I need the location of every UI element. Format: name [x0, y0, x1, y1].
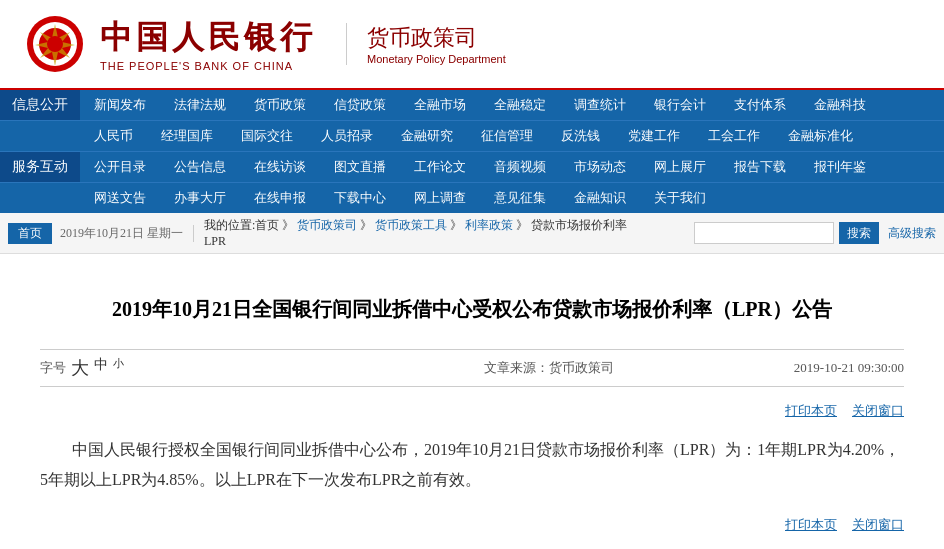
nav-row-2: 信息公开 人民币 经理国库 国际交往 人员招录 金融研究 征信管理 反洗钱 党建…: [0, 121, 944, 152]
breadcrumb-link-1[interactable]: 货币政策司: [297, 218, 357, 232]
nav-biaozhunhua[interactable]: 金融标准化: [774, 122, 867, 150]
bank-emblem: [20, 12, 90, 77]
search-button[interactable]: 搜索: [839, 222, 879, 244]
nav-renminbi[interactable]: 人民币: [80, 122, 147, 150]
nav-xinwen[interactable]: 新闻发布: [80, 91, 160, 119]
nav-section-fuwu: 服务互动: [0, 152, 80, 182]
nav-zhanting[interactable]: 网上展厅: [640, 153, 720, 181]
nav-dangjiangongzuo[interactable]: 党建工作: [614, 122, 694, 150]
nav-fangtan[interactable]: 在线访谈: [240, 153, 320, 181]
advanced-search-link[interactable]: 高级搜索: [888, 225, 936, 242]
nav-lunwen[interactable]: 工作论文: [400, 153, 480, 181]
logo-english: THE PEOPLE'S BANK OF CHINA: [100, 60, 293, 72]
nav-zhengxin[interactable]: 征信管理: [467, 122, 547, 150]
nav-items-row1: 新闻发布 法律法规 货币政策 信贷政策 全融市场 全融稳定 调查统计 银行会计 …: [80, 91, 944, 119]
nav-guoku[interactable]: 经理国库: [147, 122, 227, 150]
nav-row-3: 服务互动 公开目录 公告信息 在线访谈 图文直播 工作论文 音频视频 市场动态 …: [0, 152, 944, 183]
main-content: 2019年10月21日全国银行间同业拆借中心受权公布贷款市场报价利率（LPR）公…: [0, 254, 944, 549]
nav-yinhang-kuaiji[interactable]: 银行会计: [640, 91, 720, 119]
nav-gongkai-mulu[interactable]: 公开目录: [80, 153, 160, 181]
nav-jinrong-yanjiu[interactable]: 金融研究: [387, 122, 467, 150]
nav-jinrong-wending[interactable]: 全融稳定: [480, 91, 560, 119]
nav-yinpin[interactable]: 音频视频: [480, 153, 560, 181]
font-medium-btn[interactable]: 中: [94, 356, 108, 380]
search-area: 搜索 高级搜索: [694, 222, 936, 244]
print-link-bottom[interactable]: 打印本页: [785, 516, 837, 534]
nav-falv[interactable]: 法律法规: [160, 91, 240, 119]
print-link-top[interactable]: 打印本页: [785, 402, 837, 420]
article-source: 文章来源：货币政策司: [484, 359, 614, 377]
nav-wangsong[interactable]: 网送文告: [80, 184, 160, 212]
nav-tuwen[interactable]: 图文直播: [320, 153, 400, 181]
font-small-btn[interactable]: 小: [113, 356, 124, 380]
breadcrumb-path: 我的位置:首页 》 货币政策司 》 货币政策工具 》 利率政策 》 贷款市场报价…: [204, 217, 694, 249]
nav-items-row4: 网送文告 办事大厅 在线申报 下载中心 网上调查 意见征集 金融知识 关于我们: [80, 184, 944, 212]
logo-area: 中国人民银行 THE PEOPLE'S BANK OF CHINA: [20, 12, 316, 77]
nav-zaixian-shenbao[interactable]: 在线申报: [240, 184, 320, 212]
nav-keji[interactable]: 金融科技: [800, 91, 880, 119]
breadcrumb-sublabel: LPR: [204, 234, 226, 248]
nav-items-row2: 人民币 经理国库 国际交往 人员招录 金融研究 征信管理 反洗钱 党建工作 工会…: [80, 122, 944, 150]
dept-chinese: 货币政策司: [367, 23, 477, 53]
nav-gonggao[interactable]: 公告信息: [160, 153, 240, 181]
nav-xiazai[interactable]: 下载中心: [320, 184, 400, 212]
nav-jinrong-shichang[interactable]: 全融市场: [400, 91, 480, 119]
breadcrumb-link-2[interactable]: 货币政策工具: [375, 218, 447, 232]
logo-text: 中国人民银行 THE PEOPLE'S BANK OF CHINA: [100, 16, 316, 72]
nav-zhishi[interactable]: 金融知识: [560, 184, 640, 212]
breadcrumb-link-3[interactable]: 利率政策: [465, 218, 513, 232]
print-close-bar-top: 打印本页 关闭窗口: [40, 402, 904, 420]
nav-guanyu[interactable]: 关于我们: [640, 184, 720, 212]
home-button[interactable]: 首页: [8, 223, 52, 244]
nav-banshi[interactable]: 办事大厅: [160, 184, 240, 212]
close-link-top[interactable]: 关闭窗口: [852, 402, 904, 420]
nav-zhifu[interactable]: 支付体系: [720, 91, 800, 119]
nav-diaocha[interactable]: 网上调查: [400, 184, 480, 212]
separator4: 》: [516, 218, 531, 232]
source-value: 货币政策司: [549, 360, 614, 375]
separator1: 》: [282, 218, 297, 232]
nav-row-4: 服务互动 网送文告 办事大厅 在线申报 下载中心 网上调查 意见征集 金融知识 …: [0, 183, 944, 213]
nav-yijianzhengji[interactable]: 意见征集: [480, 184, 560, 212]
breadcrumb-current: 贷款市场报价利率: [531, 218, 627, 232]
my-position-label: 我的位置:首页: [204, 218, 279, 232]
source-label: 文章来源：: [484, 360, 549, 375]
search-input[interactable]: [694, 222, 834, 244]
nav-gonghui[interactable]: 工会工作: [694, 122, 774, 150]
department-area: 货币政策司 Monetary Policy Department: [346, 23, 506, 65]
dept-english: Monetary Policy Department: [367, 53, 506, 65]
breadcrumb-bar: 首页 2019年10月21日 星期一 我的位置:首页 》 货币政策司 》 货币政…: [0, 213, 944, 254]
nav-diaocha[interactable]: 调查统计: [560, 91, 640, 119]
logo-chinese: 中国人民银行: [100, 16, 316, 60]
font-large-btn[interactable]: 大: [71, 356, 89, 380]
nav-faxiqian[interactable]: 反洗钱: [547, 122, 614, 150]
nav-baokannianJian[interactable]: 报刊年鉴: [800, 153, 880, 181]
article-title: 2019年10月21日全国银行间同业拆借中心受权公布贷款市场报价利率（LPR）公…: [40, 294, 904, 324]
page-header: 中国人民银行 THE PEOPLE'S BANK OF CHINA 货币政策司 …: [0, 0, 944, 90]
print-close-bar-bottom: 打印本页 关闭窗口: [40, 516, 904, 534]
separator2: 》: [360, 218, 375, 232]
article-body: 中国人民银行授权全国银行间同业拆借中心公布，2019年10月21日贷款市场报价利…: [40, 435, 904, 496]
nav-renyuan[interactable]: 人员招录: [307, 122, 387, 150]
font-size-label: 字号: [40, 359, 66, 377]
font-size-buttons: 大 中 小: [71, 356, 124, 380]
close-link-bottom[interactable]: 关闭窗口: [852, 516, 904, 534]
nav-huobi[interactable]: 货币政策: [240, 91, 320, 119]
svg-point-4: [47, 36, 63, 52]
separator3: 》: [450, 218, 465, 232]
nav-xindai[interactable]: 信贷政策: [320, 91, 400, 119]
article-meta: 字号 大 中 小 文章来源：货币政策司 2019-10-21 09:30:00: [40, 349, 904, 387]
nav-row-1: 信息公开 新闻发布 法律法规 货币政策 信贷政策 全融市场 全融稳定 调查统计 …: [0, 90, 944, 121]
nav-guoji[interactable]: 国际交往: [227, 122, 307, 150]
navigation: 信息公开 新闻发布 法律法规 货币政策 信贷政策 全融市场 全融稳定 调查统计 …: [0, 90, 944, 213]
nav-shichang[interactable]: 市场动态: [560, 153, 640, 181]
nav-section-xinxi: 信息公开: [0, 90, 80, 120]
current-date: 2019年10月21日 星期一: [60, 225, 194, 242]
nav-baogao[interactable]: 报告下载: [720, 153, 800, 181]
nav-items-row3: 公开目录 公告信息 在线访谈 图文直播 工作论文 音频视频 市场动态 网上展厅 …: [80, 153, 944, 181]
article-date: 2019-10-21 09:30:00: [794, 360, 904, 376]
